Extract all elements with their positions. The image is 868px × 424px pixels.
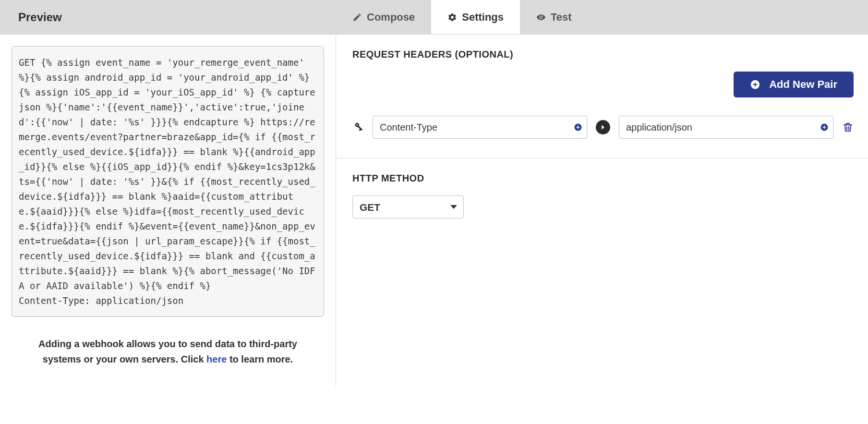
tab-settings-label: Settings: [462, 11, 504, 24]
add-new-pair-label: Add New Pair: [769, 78, 837, 91]
header-value-wrap: [619, 116, 833, 139]
arrow-circle-icon: [596, 120, 610, 134]
add-new-pair-button[interactable]: Add New Pair: [734, 72, 854, 97]
header-key-input[interactable]: [373, 116, 587, 139]
tab-settings[interactable]: Settings: [431, 0, 520, 34]
plus-circle-icon: [750, 79, 760, 90]
preview-code-box: GET {% assign event_name = 'your_remerge…: [12, 46, 324, 317]
tab-compose[interactable]: Compose: [336, 0, 431, 34]
header-value-input[interactable]: [619, 116, 833, 139]
add-pair-row: Add New Pair: [352, 72, 854, 97]
top-bar: Preview Compose Settings Test: [0, 0, 868, 35]
tab-test-label: Test: [551, 11, 572, 24]
pencil-icon: [352, 12, 362, 22]
plus-circle-icon[interactable]: [820, 123, 829, 132]
preview-pane: GET {% assign event_name = 'your_remerge…: [0, 35, 336, 386]
preview-title: Preview: [0, 0, 336, 34]
help-text-link[interactable]: here: [206, 354, 227, 364]
header-row: [352, 116, 854, 139]
eye-icon: [536, 12, 546, 22]
tabs: Compose Settings Test: [336, 0, 868, 34]
help-text: Adding a webhook allows you to send data…: [12, 336, 324, 367]
http-method-label: HTTP METHOD: [352, 173, 854, 184]
tab-test[interactable]: Test: [520, 0, 588, 34]
tab-compose-label: Compose: [367, 11, 415, 24]
http-method-select-wrap: GET: [352, 195, 464, 218]
main-content: GET {% assign event_name = 'your_remerge…: [0, 35, 868, 386]
help-text-suffix: to learn more.: [227, 354, 293, 364]
trash-icon[interactable]: [842, 121, 854, 133]
http-method-select[interactable]: GET: [352, 195, 464, 218]
request-headers-label: REQUEST HEADERS (OPTIONAL): [352, 49, 854, 60]
key-icon: [352, 121, 364, 133]
plus-circle-icon[interactable]: [574, 123, 582, 132]
gear-icon: [447, 12, 457, 22]
header-key-wrap: [373, 116, 587, 139]
settings-pane: REQUEST HEADERS (OPTIONAL) Add New Pair: [336, 35, 868, 386]
section-divider: [336, 158, 868, 158]
